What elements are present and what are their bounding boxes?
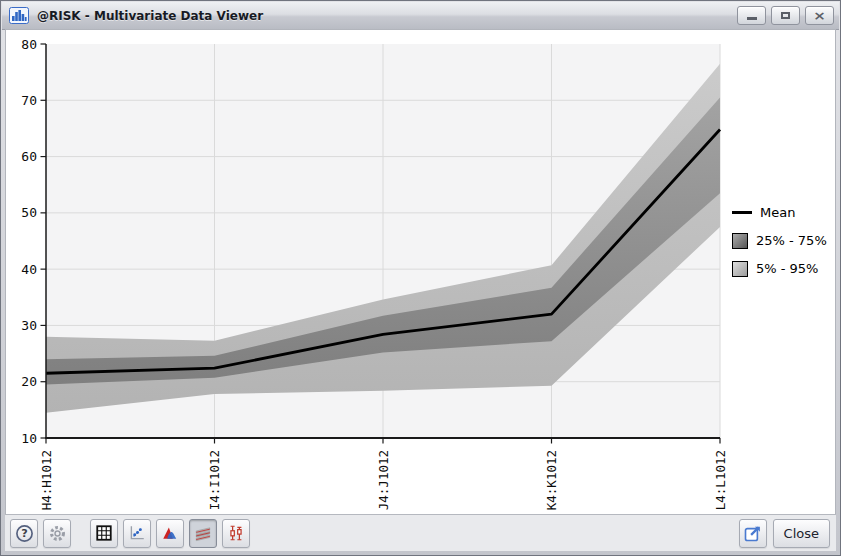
app-logo-icon (9, 7, 29, 24)
gear-button[interactable] (43, 519, 71, 548)
gear-icon (48, 524, 67, 543)
title-bar[interactable]: @RISK - Multivariate Data Viewer × (2, 2, 839, 30)
bottom-toolbar: ? Close (5, 514, 836, 551)
export-icon (743, 523, 763, 543)
outer-band-swatch (732, 261, 748, 277)
chart-client-area (5, 29, 836, 551)
box-plot-button[interactable] (222, 519, 250, 548)
close-button[interactable]: Close (773, 519, 830, 548)
scatter-plot-icon (128, 524, 146, 542)
help-button[interactable]: ? (10, 519, 38, 548)
box-plot-icon (227, 524, 245, 542)
legend-label: Mean (760, 205, 795, 220)
window-title: @RISK - Multivariate Data Viewer (37, 9, 263, 23)
table-button[interactable] (90, 519, 118, 548)
window-controls: × (737, 6, 839, 25)
table-icon (95, 524, 113, 542)
export-button[interactable] (739, 519, 767, 548)
trend-bands-icon (194, 524, 212, 542)
app-window: @RISK - Multivariate Data Viewer × 10203… (0, 0, 841, 556)
minimize-button[interactable] (737, 6, 766, 25)
legend-item-inner-band: 25% - 75% (732, 232, 827, 249)
legend-label: 5% - 95% (756, 261, 818, 276)
legend-label: 25% - 75% (756, 233, 827, 248)
distribution-icon (161, 524, 179, 542)
close-window-button[interactable]: × (805, 6, 834, 25)
svg-text:?: ? (21, 527, 28, 540)
minimize-icon (747, 17, 757, 20)
mean-line-swatch (732, 211, 752, 214)
chart-legend: Mean 25% - 75% 5% - 95% (732, 204, 827, 277)
legend-item-mean: Mean (732, 204, 827, 221)
help-icon: ? (15, 524, 34, 543)
scatter-plot-button[interactable] (123, 519, 151, 548)
trend-bands-button[interactable] (189, 519, 217, 548)
distribution-button[interactable] (156, 519, 184, 548)
maximize-icon (781, 12, 790, 19)
legend-item-outer-band: 5% - 95% (732, 260, 827, 277)
close-icon: × (813, 9, 826, 22)
maximize-button[interactable] (771, 6, 800, 25)
inner-band-swatch (732, 233, 748, 249)
